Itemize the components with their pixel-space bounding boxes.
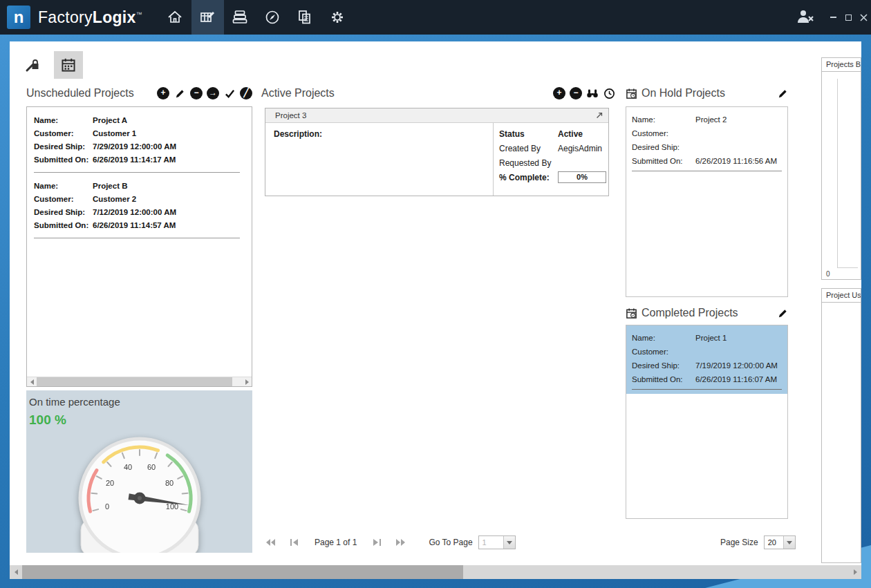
next-page-icon — [372, 538, 383, 547]
list-item-selected[interactable]: Name:Project 1 Customer: Desired Ship:7/… — [626, 325, 787, 394]
name-label: Name: — [632, 113, 695, 126]
scroll-left-arrow[interactable] — [10, 565, 22, 579]
unscheduled-projects-header: Unscheduled Projects + − → ╱ — [26, 87, 252, 99]
project-name: Project A — [93, 114, 127, 127]
active-toolbar: + − — [553, 87, 615, 99]
submitted-on-value: 6/26/2019 11:14:17 AM — [93, 153, 176, 167]
pager-next-button[interactable] — [372, 538, 383, 547]
created-by-label: Created By — [499, 144, 558, 153]
card-divider — [493, 123, 494, 196]
project-name: Project 1 — [695, 331, 727, 345]
page-size-label: Page Size — [720, 538, 758, 547]
maximize-icon — [845, 15, 852, 21]
scrollbar-thumb[interactable] — [22, 565, 463, 579]
grid-pencil-icon — [198, 8, 216, 26]
logo-letter: n — [14, 8, 24, 27]
customer-label: Customer: — [632, 345, 695, 359]
app-name-regular: Factory — [38, 8, 93, 26]
list-item[interactable]: Name:Project B Customer:Customer 2 Desir… — [27, 173, 252, 238]
project-usage-panel-header: Project Us — [821, 288, 861, 303]
on-hold-list: Name:Project 2 Customer: Desired Ship: S… — [626, 106, 788, 297]
nav-logistics-button[interactable] — [256, 0, 289, 35]
unscheduled-toolbar: + − → ╱ — [157, 87, 252, 99]
item-separator — [632, 389, 782, 390]
page-size-control: Page Size 20 — [720, 535, 796, 550]
customer-value: Customer 1 — [93, 127, 136, 140]
remove-project-button[interactable]: − — [190, 87, 203, 99]
list-horizontal-scrollbar[interactable] — [27, 377, 252, 386]
expand-card-button[interactable] — [595, 111, 603, 120]
search-projects-button[interactable] — [586, 87, 599, 99]
page-size-value: 20 — [765, 536, 783, 549]
edit-project-button[interactable] — [174, 87, 186, 99]
minimize-button[interactable] — [825, 10, 841, 24]
nav-materials-button[interactable] — [224, 0, 256, 35]
close-button[interactable] — [856, 10, 871, 24]
app-name-bold: Logix — [93, 8, 136, 26]
nav-npi-button[interactable] — [191, 0, 224, 35]
layers-icon — [231, 8, 249, 26]
approve-project-button[interactable] — [223, 87, 236, 99]
gear-icon — [328, 8, 346, 26]
active-projects-title: Active Projects — [261, 87, 335, 99]
clock-icon — [603, 88, 615, 99]
scroll-right-arrow[interactable] — [242, 377, 252, 387]
left-arrow-icon — [15, 569, 18, 575]
nav-settings-button[interactable] — [321, 0, 354, 35]
customer-label: Customer: — [34, 127, 93, 140]
requested-by-label: Requested By — [499, 158, 558, 168]
pager-first-button[interactable] — [265, 538, 276, 547]
scroll-left-arrow[interactable] — [27, 377, 37, 387]
tab-tools[interactable] — [18, 51, 47, 79]
go-to-page-dropdown-button[interactable] — [503, 536, 515, 549]
cancel-project-button[interactable]: ╱ — [240, 87, 252, 99]
nav-home-button[interactable] — [159, 0, 191, 35]
pager-prev-button[interactable] — [288, 538, 299, 547]
main-nav — [159, 0, 354, 35]
completed-title: Completed Projects — [641, 307, 738, 319]
remove-active-button[interactable]: − — [570, 87, 582, 99]
scroll-right-arrow[interactable] — [849, 565, 861, 579]
desired-ship-value: 7/19/2019 12:00:00 AM — [695, 359, 778, 372]
nav-documents-button[interactable] — [289, 0, 321, 35]
go-to-page-combo[interactable]: 1 — [478, 535, 516, 549]
projects-by-title: Projects B — [826, 60, 861, 68]
left-arrow-icon — [30, 379, 34, 385]
app-window: n FactoryLogix™ — [0, 0, 871, 588]
go-to-page-label: Go To Page — [429, 538, 472, 547]
edit-completed-button[interactable] — [778, 308, 788, 319]
active-project-card[interactable]: Project 3 Description: Status Active C — [265, 108, 609, 196]
main-horizontal-scrollbar[interactable] — [10, 565, 861, 579]
move-project-button[interactable]: → — [207, 87, 219, 99]
chevron-down-icon — [507, 541, 512, 544]
desired-ship-value: 7/29/2019 12:00:00 AM — [93, 140, 176, 153]
history-button[interactable] — [603, 87, 615, 99]
minimize-icon — [830, 17, 836, 18]
add-active-button[interactable]: + — [553, 87, 565, 99]
right-arrow-icon — [854, 569, 857, 575]
projects-by-panel-header: Projects B — [821, 57, 861, 72]
list-item[interactable]: Name:Project 2 Customer: Desired Ship: S… — [626, 107, 787, 171]
logout-user-button[interactable] — [796, 8, 814, 27]
item-separator — [632, 171, 782, 171]
edit-on-hold-button[interactable] — [778, 88, 788, 99]
desired-ship-value: 7/12/2019 12:00:00 AM — [93, 206, 176, 219]
gauge-tick-40: 40 — [123, 463, 131, 471]
created-by-value: AegisAdmin — [558, 144, 602, 153]
page-indicator: Page 1 of 1 — [315, 538, 357, 547]
list-item[interactable]: Name:Project A Customer:Customer 1 Desir… — [27, 107, 252, 173]
project-usage-panel-body — [821, 303, 861, 563]
projects-by-chart: 0 — [821, 72, 861, 280]
customer-label: Customer: — [632, 126, 695, 140]
add-project-button[interactable]: + — [157, 87, 169, 99]
item-separator — [34, 238, 240, 238]
pager-last-button[interactable] — [395, 538, 406, 547]
card-meta: Status Active Created By AegisAdmin Requ… — [499, 126, 606, 184]
page-size-combo[interactable]: 20 — [764, 535, 796, 549]
submitted-on-label: Submitted On: — [632, 154, 695, 168]
tab-scheduling[interactable] — [54, 51, 83, 79]
maximize-button[interactable] — [841, 10, 856, 24]
page-size-dropdown-button[interactable] — [783, 536, 795, 549]
on-hold-header: On Hold Projects — [626, 87, 788, 99]
scrollbar-thumb[interactable] — [37, 377, 232, 387]
